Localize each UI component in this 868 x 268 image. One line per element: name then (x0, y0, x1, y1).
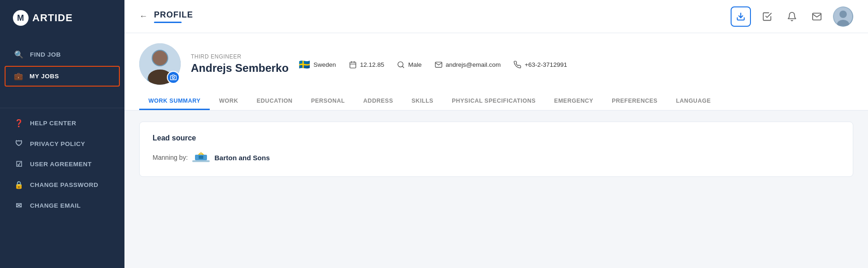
tab-address[interactable]: ADDRESS (354, 92, 402, 110)
flag-icon: 🇸🇪 (299, 59, 310, 70)
profile-name: Andrejs Semberko (191, 62, 289, 75)
profile-gender: Male (397, 61, 421, 69)
sidebar-navigation: 🔍 FIND JOB 💼 MY JOBS ❓ HELP CENTER 🛡 PRI… (0, 36, 124, 216)
profile-meta: 🇸🇪 Sweden 12.12.85 (299, 59, 567, 70)
profile-info: THIRD ENGINEER Andrejs Semberko 🇸🇪 Swede… (139, 43, 853, 92)
company-logo-image (192, 151, 210, 164)
header-title-wrap: PROFILE (154, 10, 193, 23)
svg-point-2 (839, 11, 847, 18)
camera-button[interactable] (167, 71, 180, 84)
checkbox-icon (762, 12, 772, 22)
title-underline (154, 22, 182, 23)
svg-rect-18 (199, 156, 203, 159)
sidebar-item-label: CHANGE EMAIL (30, 202, 81, 209)
user-avatar-svg (834, 7, 852, 26)
card-title: Lead source (153, 134, 840, 142)
sidebar-item-change-email[interactable]: ✉ CHANGE EMAIL (0, 195, 124, 216)
main-content: ← PROFILE (124, 0, 868, 268)
sidebar-item-change-password[interactable]: 🔒 CHANGE PASSWORD (0, 175, 124, 195)
tab-education[interactable]: EDUCATION (248, 92, 302, 110)
profile-details: THIRD ENGINEER Andrejs Semberko (191, 53, 289, 75)
user-avatar-image (833, 6, 853, 27)
download-icon (736, 12, 745, 21)
tab-work-summary[interactable]: WORK SUMMARY (139, 92, 210, 110)
bell-button[interactable] (783, 8, 801, 25)
tabs-bar: WORK SUMMARY WORK EDUCATION PERSONAL ADD… (139, 92, 853, 110)
profile-phone: +63-2-3712991 (514, 61, 567, 69)
tab-emergency[interactable]: EMERGENCY (545, 92, 602, 110)
tab-preferences[interactable]: PREFERENCES (602, 92, 667, 110)
logo-icon: M (13, 10, 29, 26)
email-icon (435, 61, 443, 69)
profile-email: andrejs@email.com (435, 61, 501, 69)
phone-value: +63-2-3712991 (525, 61, 567, 68)
tab-physical-specifications[interactable]: PHYSICAL SPECIFICATIONS (443, 92, 545, 110)
svg-point-9 (172, 76, 175, 79)
dob-value: 12.12.85 (360, 61, 384, 68)
bell-icon (787, 12, 797, 22)
sidebar-item-find-job[interactable]: 🔍 FIND JOB (0, 44, 124, 65)
briefcase-icon: 💼 (14, 72, 23, 81)
calendar-icon (349, 61, 357, 69)
profile-country: 🇸🇪 Sweden (299, 59, 336, 70)
sidebar-item-help-center[interactable]: ❓ HELP CENTER (0, 113, 124, 134)
logo-text: ARTIDE (32, 12, 73, 24)
sidebar-item-label: USER AGREEMENT (30, 161, 92, 168)
email-value: andrejs@email.com (446, 61, 501, 68)
mail-icon: ✉ (14, 201, 24, 210)
back-button[interactable]: ← (139, 12, 148, 21)
lock-icon: 🔒 (14, 181, 24, 189)
country-value: Sweden (313, 61, 336, 68)
header-left: ← PROFILE (139, 10, 193, 23)
tab-language[interactable]: LANGUAGE (667, 92, 720, 110)
sidebar-item-privacy-policy[interactable]: 🛡 PRIVACY POLICY (0, 134, 124, 154)
company-logo (192, 151, 210, 164)
sidebar-item-label: HELP CENTER (30, 120, 77, 127)
gender-icon (397, 61, 405, 69)
svg-rect-10 (350, 62, 356, 68)
check-square-icon: ☑ (14, 160, 24, 169)
camera-icon (170, 74, 177, 81)
help-icon: ❓ (14, 119, 24, 128)
gender-value: Male (408, 61, 421, 68)
checkbox-button[interactable] (758, 8, 776, 25)
sidebar-item-label: PRIVACY POLICY (30, 140, 85, 147)
sidebar-item-label: FIND JOB (30, 51, 61, 58)
sidebar-item-label: MY JOBS (30, 73, 59, 80)
sidebar-item-label: CHANGE PASSWORD (30, 181, 98, 188)
tab-personal[interactable]: PERSONAL (302, 92, 354, 110)
sidebar-spacer (0, 87, 124, 99)
profile-role: THIRD ENGINEER (191, 53, 289, 60)
envelope-icon (812, 12, 822, 22)
svg-rect-19 (192, 160, 210, 162)
svg-point-7 (153, 51, 167, 65)
content-area: Lead source Manning by: Barton and Sons (124, 111, 868, 268)
company-name: Barton and Sons (214, 154, 270, 162)
profile-dob: 12.12.85 (349, 61, 384, 69)
header-right (731, 6, 853, 27)
profile-area: THIRD ENGINEER Andrejs Semberko 🇸🇪 Swede… (124, 33, 868, 111)
page-header: ← PROFILE (124, 0, 868, 33)
download-button[interactable] (731, 6, 751, 27)
sidebar: M ARTIDE 🔍 FIND JOB 💼 MY JOBS ❓ HELP CEN… (0, 0, 124, 268)
sidebar-bottom-section: ❓ HELP CENTER 🛡 PRIVACY POLICY ☑ USER AG… (0, 108, 124, 216)
mail-header-button[interactable] (808, 8, 826, 25)
tab-skills[interactable]: SKILLS (402, 92, 443, 110)
svg-line-15 (402, 66, 404, 67)
tab-work[interactable]: WORK (210, 92, 248, 110)
manning-label: Manning by: (153, 154, 188, 161)
user-avatar-header[interactable] (833, 6, 853, 27)
sidebar-logo: M ARTIDE (0, 0, 124, 36)
profile-avatar-wrap (139, 43, 181, 85)
page-title: PROFILE (154, 10, 193, 20)
phone-icon (514, 61, 521, 69)
sidebar-item-user-agreement[interactable]: ☑ USER AGREEMENT (0, 154, 124, 175)
sidebar-item-my-jobs[interactable]: 💼 MY JOBS (5, 66, 120, 87)
shield-icon: 🛡 (14, 140, 24, 148)
lead-source-card: Lead source Manning by: Barton and Sons (139, 122, 853, 177)
lead-source-row: Manning by: Barton and Sons (153, 151, 840, 164)
search-icon: 🔍 (14, 50, 24, 59)
